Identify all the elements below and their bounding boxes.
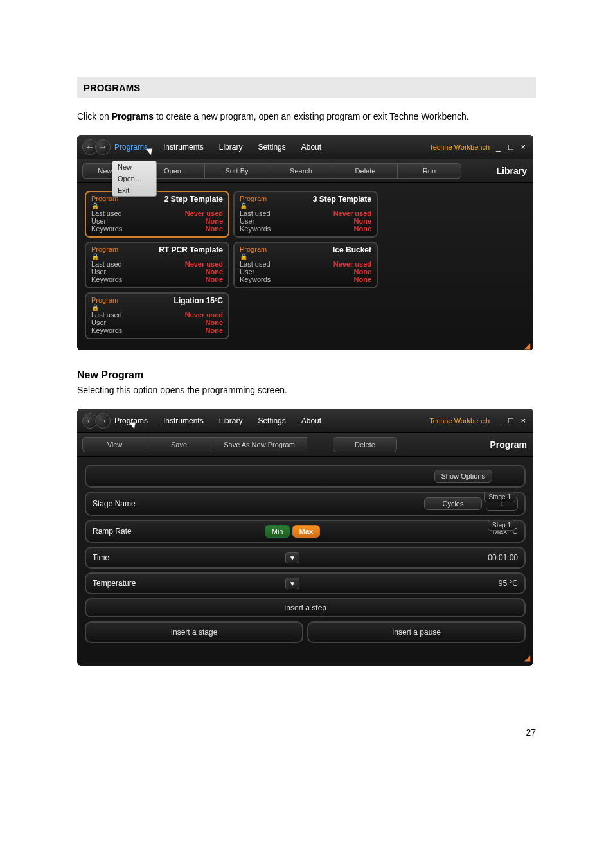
- window-controls[interactable]: _ □ ×: [496, 416, 528, 425]
- seg-save[interactable]: Save: [147, 437, 211, 452]
- temperature-dropdown-button[interactable]: ▼: [285, 578, 299, 589]
- sub-text: Selecting this option opens the programm…: [77, 384, 536, 397]
- seg-run[interactable]: Run: [397, 163, 461, 179]
- mouse-cursor-icon: [146, 145, 155, 154]
- stage-badge: Stage 1: [484, 492, 515, 502]
- card-title: 2 Step Template: [164, 195, 223, 204]
- insert-stage-button[interactable]: Insert a stage: [85, 621, 303, 643]
- max-button[interactable]: Max: [292, 525, 320, 538]
- card-title: Ligation 15ºC: [174, 296, 223, 305]
- menu-programs[interactable]: Programs New Open… Exit: [114, 143, 148, 152]
- lock-icon: 🔒: [91, 202, 118, 209]
- menu-instruments[interactable]: Instruments: [163, 143, 204, 152]
- step-badge: Step 1: [488, 520, 515, 531]
- menu-settings[interactable]: Settings: [258, 143, 285, 152]
- card-keywords-label: Keywords: [240, 276, 271, 283]
- card-user-value: None: [206, 319, 224, 326]
- program-card[interactable]: Program 🔒 2 Step Template Last usedNever…: [85, 191, 229, 238]
- card-lastused-label: Last used: [91, 311, 122, 319]
- stage-row: Stage Name Cycles 1 Stage 1: [85, 492, 526, 516]
- menu-about[interactable]: About: [301, 416, 321, 425]
- card-user-label: User: [91, 217, 106, 225]
- show-options-button[interactable]: Show Options: [434, 470, 492, 483]
- card-keywords-value: None: [354, 276, 372, 283]
- card-keywords-label: Keywords: [240, 225, 271, 233]
- app1-content: Program 🔒 2 Step Template Last usedNever…: [77, 183, 533, 350]
- card-user-label: User: [91, 268, 106, 276]
- app2-window: ← → Programs Instruments Library Setting…: [77, 409, 533, 666]
- lock-icon: 🔒: [240, 253, 267, 260]
- menu-settings[interactable]: Settings: [258, 416, 285, 425]
- card-type-label: Program: [240, 245, 267, 253]
- cycles-button[interactable]: Cycles: [424, 497, 482, 510]
- menu-library[interactable]: Library: [219, 416, 243, 425]
- app1-titlebar: ← → Programs New Open… Exit Instruments …: [77, 135, 533, 159]
- card-user-value: None: [354, 268, 372, 276]
- nav-forward-button[interactable]: →: [95, 139, 111, 155]
- app2-content: Show Options Stage Name Cycles 1 Stage 1…: [77, 457, 533, 662]
- time-dropdown-button[interactable]: ▼: [285, 552, 299, 563]
- window-controls[interactable]: _ □ ×: [496, 142, 528, 152]
- resize-grip-icon[interactable]: ◢: [524, 341, 532, 349]
- card-type-label: Program: [91, 296, 118, 304]
- seg-search[interactable]: Search: [269, 163, 333, 179]
- page-number: 27: [0, 727, 613, 738]
- app1-right-label: Library: [497, 166, 528, 176]
- card-title: RT PCR Template: [159, 245, 223, 254]
- card-user-label: User: [240, 268, 254, 276]
- app1-brand: Techne Workbench: [429, 143, 490, 151]
- time-value[interactable]: 00:01:00: [415, 553, 518, 562]
- intro-pre: Click on: [77, 111, 112, 121]
- intro-bold: Programs: [112, 111, 154, 121]
- dropdown-exit[interactable]: Exit: [112, 184, 156, 196]
- temperature-value[interactable]: 95 °C: [415, 579, 518, 588]
- app2-brand: Techne Workbench: [429, 417, 490, 425]
- menu-library[interactable]: Library: [219, 143, 243, 152]
- menu-programs-label: Programs: [114, 143, 148, 152]
- insert-split-row: Insert a stage Insert a pause: [85, 621, 526, 643]
- card-lastused-value: Never used: [185, 311, 223, 319]
- card-lastused-label: Last used: [240, 209, 271, 217]
- card-keywords-value: None: [354, 225, 372, 233]
- ramp-rate-label: Ramp Rate: [93, 527, 170, 536]
- card-type-label: Program: [240, 195, 267, 202]
- program-cards: Program 🔒 2 Step Template Last usedNever…: [85, 191, 526, 339]
- seg-save-as[interactable]: Save As New Program: [211, 437, 307, 452]
- menu-programs[interactable]: Programs: [114, 416, 148, 425]
- card-lastused-value: Never used: [185, 209, 223, 217]
- seg-delete[interactable]: Delete: [333, 437, 397, 452]
- card-title: Ice Bucket: [333, 245, 371, 254]
- subhead-new-program: New Program: [77, 369, 536, 381]
- card-keywords-label: Keywords: [91, 326, 122, 334]
- program-card[interactable]: Program 🔒 Ice Bucket Last usedNever used…: [233, 242, 378, 288]
- seg-sortby[interactable]: Sort By: [204, 163, 269, 179]
- min-button[interactable]: Min: [265, 525, 290, 538]
- program-card[interactable]: Program 🔒 RT PCR Template Last usedNever…: [85, 242, 229, 288]
- seg-delete[interactable]: Delete: [333, 163, 397, 179]
- ramp-row: Ramp Rate Min Max Max °C Step 1: [85, 520, 526, 543]
- menu-instruments[interactable]: Instruments: [163, 416, 204, 425]
- intro-post: to create a new program, open an existin…: [154, 111, 469, 121]
- lock-icon: 🔒: [91, 304, 118, 311]
- intro-text: Click on Programs to create a new progra…: [77, 110, 536, 123]
- stage-name-label: Stage Name: [93, 499, 170, 508]
- insert-pause-button[interactable]: Insert a pause: [307, 621, 526, 643]
- seg-view[interactable]: View: [82, 437, 147, 452]
- temperature-label: Temperature: [93, 579, 170, 588]
- resize-grip-icon[interactable]: ◢: [524, 653, 532, 661]
- card-lastused-label: Last used: [91, 209, 122, 217]
- card-user-value: None: [206, 268, 224, 276]
- lock-icon: 🔒: [240, 202, 267, 209]
- dropdown-open[interactable]: Open…: [112, 173, 156, 184]
- card-keywords-label: Keywords: [91, 276, 122, 283]
- card-user-label: User: [91, 319, 106, 326]
- nav-forward-button[interactable]: →: [95, 413, 111, 429]
- program-card[interactable]: Program 🔒 3 Step Template Last usedNever…: [233, 191, 378, 238]
- temperature-row: Temperature ▼ 95 °C: [85, 572, 526, 594]
- card-user-value: None: [354, 217, 372, 225]
- insert-step-button[interactable]: Insert a step: [85, 598, 526, 617]
- program-card[interactable]: Program 🔒 Ligation 15ºC Last usedNever u…: [85, 292, 229, 339]
- card-keywords-value: None: [206, 225, 224, 233]
- dropdown-new[interactable]: New: [112, 161, 156, 173]
- menu-about[interactable]: About: [301, 143, 321, 152]
